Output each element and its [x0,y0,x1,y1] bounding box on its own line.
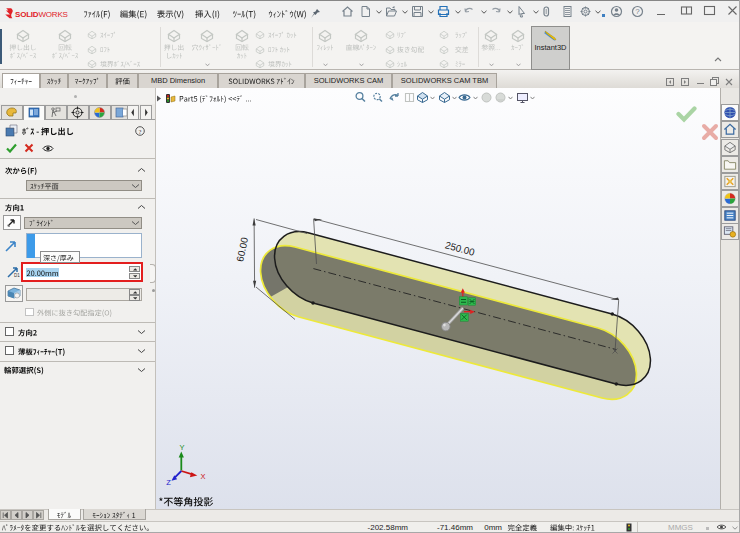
svg-text:X: X [200,472,205,481]
svg-text:60.00: 60.00 [234,236,250,263]
svg-text:?: ? [635,7,640,16]
svg-text:?: ? [139,128,142,135]
svg-text:250.00: 250.00 [444,239,476,258]
svg-text:Y: Y [179,443,184,452]
svg-text:Z: Z [166,478,171,487]
svg-text:SOLIDWORKS: SOLIDWORKS [15,10,68,19]
svg-text:D1: D1 [14,273,20,278]
